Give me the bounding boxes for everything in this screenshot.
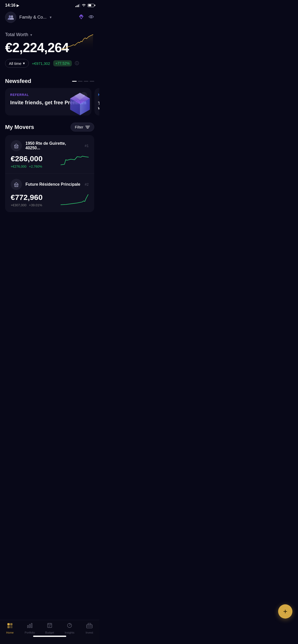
premium-diamond-icon[interactable] [78,14,84,21]
newsfeed-scroll[interactable]: REFERRAL Invite friends, get free Premiu… [0,88,99,115]
info-icon[interactable]: ⓘ [75,61,79,66]
dot-active [72,81,77,82]
house-icon-2 [13,182,19,187]
visibility-toggle-icon[interactable] [88,14,94,20]
newsfeed-indicators [72,81,94,82]
movers-header: My Movers Filter [0,115,99,135]
filter-button[interactable]: Filter [71,123,94,131]
svg-point-0 [9,15,11,18]
asset-change-pct-2: +39.01% [29,203,42,207]
asset-card: 1950 Rte de Guirette, 40250... #1 €286,0… [5,135,94,212]
svg-point-1 [11,15,13,18]
wifi-icon [82,3,86,8]
time-display: 14:16 [5,3,16,8]
status-time: 14:16 ▶ [5,3,19,8]
signal-bar-1 [75,6,76,7]
account-chevron: ▾ [50,15,52,20]
asset-item-1[interactable]: 1950 Rte de Guirette, 40250... #1 €286,0… [5,135,94,173]
total-worth-section: Total Worth ▾ €2,224,264 All time ▾ +€97… [0,27,99,72]
asset-header-2: Future Résidence Principale #2 [11,179,89,190]
asset-header-1: 1950 Rte de Guirette, 40250... #1 [11,140,89,151]
signal-bar-4 [79,4,80,7]
svg-point-3 [90,16,92,17]
asset-change-pct-1: +2,760% [29,165,42,168]
status-bar: 14:16 ▶ [0,0,99,10]
time-selector-chevron: ▾ [23,61,25,66]
total-worth-text: Total Worth [5,32,28,37]
asset-change-val-2: +€307,000 [11,203,26,207]
partial-card-tag: NEW [98,93,99,97]
filter-icon [85,125,90,129]
dot-2 [84,81,88,82]
crystal-visual [66,90,91,115]
house-icon-1 [13,143,19,149]
asset-icon-1 [11,140,22,151]
newsfeed-header: Newsfeed [0,72,99,88]
signal-bar-2 [77,5,77,7]
time-selector[interactable]: All time ▾ [5,59,29,68]
asset-name-1: 1950 Rte de Guirette, 40250... [25,141,81,150]
movers-title: My Movers [5,124,34,130]
change-value: +€971,302 [32,61,50,66]
svg-rect-14 [15,184,18,187]
header-actions [78,14,94,21]
signal-strength [75,4,80,7]
status-icons [75,3,94,8]
filter-label: Filter [75,125,83,129]
account-name: Family & Co... [19,15,47,20]
asset-mini-chart-1 [61,155,89,167]
account-selector[interactable]: Family & Co... ▾ [5,12,52,23]
app-header: Family & Co... ▾ [0,10,99,27]
time-change-row: All time ▾ +€971,302 +77.52% ⓘ [5,59,94,68]
dot-3 [90,81,94,82]
mini-chart [61,34,94,52]
asset-rank-2: #2 [85,182,89,186]
referral-card[interactable]: REFERRAL Invite friends, get free Premiu… [5,88,91,115]
dot-1 [78,81,83,82]
account-avatar [5,12,16,23]
location-icon: ▶ [17,4,19,7]
svg-rect-12 [15,146,18,148]
asset-name-2: Future Résidence Principale [25,182,81,187]
partial-news-card[interactable]: NEW Trywid... [94,88,99,115]
asset-icon-2 [11,179,22,190]
signal-bar-3 [78,5,79,7]
change-percent: +77.52% [53,60,72,66]
battery-icon [88,4,94,7]
newsfeed-title: Newsfeed [5,78,31,84]
total-worth-chevron: ▾ [30,33,32,37]
asset-rank-1: #1 [85,144,89,148]
asset-item-2[interactable]: Future Résidence Principale #2 €772,960 … [5,173,94,212]
asset-change-val-1: +€276,000 [11,165,26,168]
asset-mini-chart-2 [61,193,89,206]
time-selector-label: All time [9,61,21,66]
